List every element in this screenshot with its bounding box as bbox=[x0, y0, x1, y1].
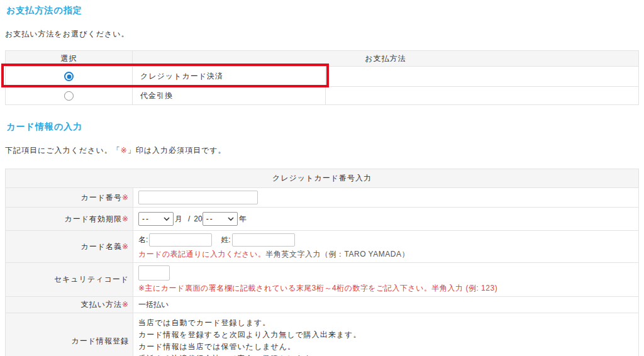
chevron-down-icon bbox=[164, 217, 170, 221]
card-holder-note: カードの表記通りに入力ください。半角英文字入力（例：TARO YAMADA） bbox=[138, 249, 638, 260]
payment-type-label-cell: 支払い方法※ bbox=[6, 297, 133, 313]
card-holder-value-cell: 名: 姓: カードの表記通りに入力ください。半角英文字入力（例：TARO YAM… bbox=[133, 231, 639, 263]
payment-type-row: 支払い方法※ 一括払い bbox=[6, 297, 639, 313]
security-code-row: セキュリティコード ※主にカード裏面の署名欄に記載されている末尾3桁～4桁の数字… bbox=[6, 263, 639, 297]
instruction-text-post: 」印は入力必須項目です。 bbox=[128, 146, 226, 155]
security-code-input-line bbox=[138, 265, 638, 281]
security-code-value-cell: ※主にカード裏面の署名欄に記載されている末尾3桁～4桁の数字をご記入下さい。半角… bbox=[133, 263, 639, 297]
security-code-input[interactable] bbox=[138, 265, 170, 281]
card-info-table-wrap: クレジットカード番号入力 カード番号※ カード有効期限※ -- 月 bbox=[5, 169, 639, 356]
card-expiry-controls: -- 月 / 20 -- 年 bbox=[138, 212, 638, 226]
cod-radio-cell bbox=[6, 87, 133, 105]
first-name-input[interactable] bbox=[149, 233, 212, 247]
card-holder-row: カード名義※ 名: 姓: カードの表記通りに入力ください。半角英文字入力（例：T… bbox=[6, 231, 639, 263]
card-number-label: カード番号 bbox=[80, 193, 122, 202]
card-holder-label-cell: カード名義※ bbox=[6, 231, 133, 263]
card-registration-label: カード情報登録 bbox=[71, 337, 129, 345]
first-name-label: 名: bbox=[138, 235, 148, 245]
payment-type-required-mark: ※ bbox=[122, 300, 129, 309]
card-registration-label-cell: カード情報登録 bbox=[6, 313, 133, 356]
card-holder-label: カード名義 bbox=[80, 242, 122, 251]
card-section-title: カード情報の入力 bbox=[0, 105, 644, 133]
expiry-month-select[interactable]: -- bbox=[138, 212, 174, 226]
card-holder-required-mark: ※ bbox=[122, 242, 129, 251]
expiry-year-unit: 年 bbox=[239, 214, 247, 225]
card-number-value-cell bbox=[133, 188, 639, 208]
payment-section-title: お支払方法の指定 bbox=[0, 0, 644, 16]
card-registration-value-cell: 当店では自動でカード登録します。 カード情報を登録すると次回より入力無しで購入出… bbox=[133, 313, 639, 356]
payment-type-value: 一括払い bbox=[133, 297, 639, 313]
expiry-month-unit: 月 bbox=[175, 214, 183, 225]
required-mark: ※ bbox=[121, 146, 128, 155]
expiry-year-prefix: 20 bbox=[194, 214, 202, 223]
payment-table-header-row: 選択 お支払方法 bbox=[6, 51, 639, 67]
expiry-separator: / bbox=[188, 214, 190, 223]
column-header-method: お支払方法 bbox=[133, 51, 639, 67]
security-code-label-cell: セキュリティコード bbox=[6, 263, 133, 297]
payment-row-cash-on-delivery: 代金引換 bbox=[6, 87, 639, 105]
cash-on-delivery-radio[interactable] bbox=[64, 91, 74, 101]
payment-instruction: お支払い方法をお選びください。 bbox=[5, 29, 644, 40]
registration-note-line: 当店では自動でカード登録します。 bbox=[138, 317, 638, 329]
expiry-year-select-value: -- bbox=[206, 214, 214, 223]
card-table-title: クレジットカード番号入力 bbox=[6, 169, 639, 188]
security-code-note-red: ※主にカード裏面の署名欄に記載されている末尾3桁～4桁の数字をご記入下さい。半角… bbox=[138, 284, 497, 292]
cod-method-label: 代金引換 bbox=[133, 87, 326, 105]
payment-row-credit-card: クレジットカード決済 bbox=[6, 67, 639, 87]
card-expiry-label-cell: カード有効期限※ bbox=[6, 208, 133, 231]
registration-note-line: 委託する決済代行会社にて安全に保管されます。 bbox=[138, 353, 638, 356]
expiry-year-select[interactable]: -- bbox=[203, 212, 238, 226]
card-number-input[interactable] bbox=[138, 191, 258, 204]
card-registration-row: カード情報登録 当店では自動でカード登録します。 カード情報を登録すると次回より… bbox=[6, 313, 639, 356]
credit-card-extra-cell bbox=[326, 67, 639, 87]
card-table-title-row: クレジットカード番号入力 bbox=[6, 169, 639, 188]
payment-type-label: 支払い方法 bbox=[81, 300, 122, 309]
cod-extra-cell bbox=[326, 87, 639, 105]
credit-card-radio-cell bbox=[6, 67, 133, 87]
card-holder-note-plain: 半角英文字入力（例：TARO YAMADA） bbox=[266, 250, 409, 259]
card-number-row: カード番号※ bbox=[6, 188, 639, 208]
card-expiry-label: カード有効期限 bbox=[64, 214, 122, 223]
card-expiry-value-cell: -- 月 / 20 -- 年 bbox=[133, 208, 639, 231]
last-name-input[interactable] bbox=[232, 233, 295, 247]
card-expiry-required-mark: ※ bbox=[122, 214, 129, 223]
card-section-instruction: 下記項目にご入力ください。「※」印は入力必須項目です。 bbox=[5, 145, 644, 156]
column-header-select: 選択 bbox=[6, 51, 133, 67]
registration-note-line: カード情報を登録すると次回より入力無しで購入出来ます。 bbox=[138, 329, 638, 341]
card-number-label-cell: カード番号※ bbox=[6, 188, 133, 208]
card-holder-inputs: 名: 姓: bbox=[138, 233, 638, 247]
card-number-required-mark: ※ bbox=[122, 193, 129, 202]
expiry-month-select-value: -- bbox=[142, 214, 150, 223]
credit-card-radio[interactable] bbox=[64, 72, 74, 81]
last-name-label: 姓: bbox=[221, 235, 230, 245]
chevron-down-icon bbox=[228, 217, 234, 221]
checkout-payment-page: お支払方法の指定 お支払い方法をお選びください。 選択 お支払方法 クレジットカ… bbox=[0, 0, 644, 356]
payment-method-table-wrap: 選択 お支払方法 クレジットカード決済 代金引換 bbox=[5, 50, 639, 105]
card-holder-note-red: カードの表記通りに入力ください。 bbox=[138, 250, 266, 259]
card-expiry-row: カード有効期限※ -- 月 / 20 -- bbox=[6, 208, 639, 231]
payment-method-table: 選択 お支払方法 クレジットカード決済 代金引換 bbox=[5, 50, 639, 105]
security-code-note: ※主にカード裏面の署名欄に記載されている末尾3桁～4桁の数字をご記入下さい。半角… bbox=[138, 283, 638, 294]
card-info-table: クレジットカード番号入力 カード番号※ カード有効期限※ -- 月 bbox=[5, 169, 639, 356]
registration-note-line: カード情報は当店では保管いたしません。 bbox=[138, 341, 638, 353]
credit-card-method-label: クレジットカード決済 bbox=[133, 67, 326, 87]
instruction-text-pre: 下記項目にご入力ください。「 bbox=[5, 146, 121, 155]
security-code-label: セキュリティコード bbox=[54, 275, 129, 284]
